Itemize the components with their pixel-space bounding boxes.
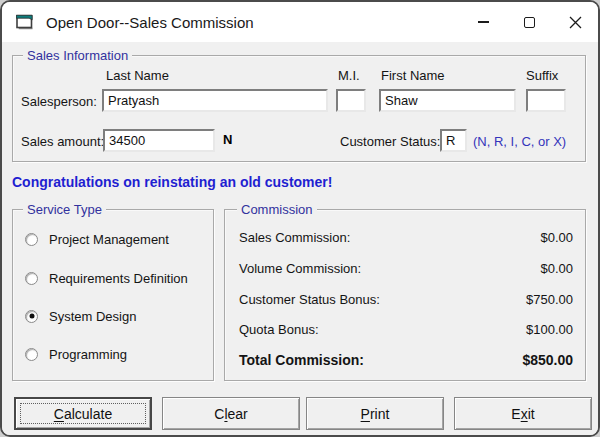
row-value: $850.00 [522, 352, 573, 368]
row-label: Quota Bonus: [239, 322, 319, 337]
row-value: $750.00 [526, 292, 573, 307]
sales-information-caption: Sales Information [23, 48, 132, 63]
button-text: C [214, 406, 224, 422]
titlebar: Open Door--Sales Commission [2, 2, 598, 42]
button-text: rint [370, 406, 389, 422]
mi-field[interactable] [336, 89, 366, 112]
maximize-icon [524, 17, 535, 28]
radio-system-design[interactable]: System Design [25, 308, 136, 324]
salesperson-label: Salesperson: [21, 94, 97, 109]
radio-icon [25, 272, 38, 285]
close-button[interactable] [552, 2, 598, 42]
radio-icon [25, 348, 38, 361]
mi-column-label: M.I. [338, 68, 360, 83]
first-name-field[interactable] [379, 89, 516, 112]
row-label: Volume Commission: [239, 261, 361, 276]
button-text: ear [228, 406, 248, 422]
commission-row-total: Total Commission: $850.00 [239, 352, 573, 368]
radio-label: Programming [49, 347, 127, 362]
button-accel: C [54, 406, 64, 422]
customer-status-field[interactable] [440, 129, 467, 152]
commission-row-quota-bonus: Quota Bonus: $100.00 [239, 322, 573, 337]
sales-amount-field[interactable] [103, 129, 215, 152]
sales-information-group: Sales Information Last Name M.I. First N… [12, 55, 586, 162]
sales-amount-flag: N [223, 132, 232, 147]
calculate-button[interactable]: Calculate [14, 397, 152, 430]
customer-status-hint: (N, R, I, C, or X) [473, 134, 566, 149]
last-name-column-label: Last Name [106, 68, 169, 83]
close-icon [569, 16, 582, 29]
maximize-button[interactable] [506, 2, 552, 42]
row-label: Sales Commission: [239, 230, 350, 245]
last-name-field[interactable] [102, 89, 328, 112]
row-value: $100.00 [526, 322, 573, 337]
radio-icon [25, 310, 38, 323]
suffix-column-label: Suffix [526, 68, 558, 83]
service-type-group: Service Type Project Management Requirem… [12, 209, 214, 381]
sales-amount-label: Sales amount: [21, 134, 104, 149]
minimize-icon [478, 21, 489, 22]
commission-caption: Commission [237, 202, 317, 217]
radio-label: Project Management [49, 232, 169, 247]
first-name-column-label: First Name [381, 68, 445, 83]
vb-form-icon [16, 14, 36, 31]
print-button[interactable]: Print [306, 397, 444, 430]
dialog-body: Sales Information Last Name M.I. First N… [2, 42, 598, 437]
service-type-caption: Service Type [23, 202, 106, 217]
status-message: Congratulations on reinstating an old cu… [12, 174, 332, 190]
window-controls [460, 2, 598, 42]
suffix-field[interactable] [526, 89, 566, 112]
button-accel: x [521, 406, 528, 422]
radio-icon [25, 233, 38, 246]
customer-status-label: Customer Status: [340, 134, 440, 149]
button-accel: P [361, 406, 370, 422]
commission-row-status-bonus: Customer Status Bonus: $750.00 [239, 292, 573, 307]
radio-requirements-definition[interactable]: Requirements Definition [25, 270, 188, 286]
button-text: it [528, 406, 535, 422]
commission-group: Commission Sales Commission: $0.00 Volum… [224, 209, 586, 381]
commission-row-volume: Volume Commission: $0.00 [239, 261, 573, 276]
minimize-button[interactable] [460, 2, 506, 42]
row-label: Customer Status Bonus: [239, 292, 380, 307]
row-value: $0.00 [540, 261, 573, 276]
radio-project-management[interactable]: Project Management [25, 231, 169, 247]
row-value: $0.00 [540, 230, 573, 245]
radio-label: Requirements Definition [49, 271, 188, 286]
row-label: Total Commission: [239, 352, 364, 368]
clear-button[interactable]: Clear [162, 397, 300, 430]
window-title: Open Door--Sales Commission [46, 14, 254, 31]
exit-button[interactable]: Exit [454, 397, 592, 430]
button-text: alculate [64, 406, 112, 422]
radio-label: System Design [49, 309, 136, 324]
button-text: E [511, 406, 520, 422]
commission-row-sales: Sales Commission: $0.00 [239, 230, 573, 245]
sales-commission-window: Open Door--Sales Commission Sales Inform… [0, 0, 600, 437]
radio-programming[interactable]: Programming [25, 346, 127, 362]
